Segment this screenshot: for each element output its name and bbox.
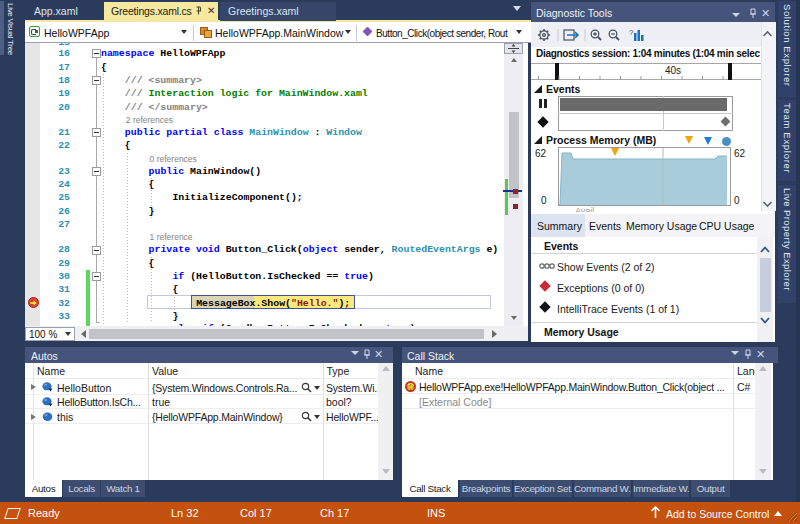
svg-text:?: ? — [629, 28, 634, 37]
